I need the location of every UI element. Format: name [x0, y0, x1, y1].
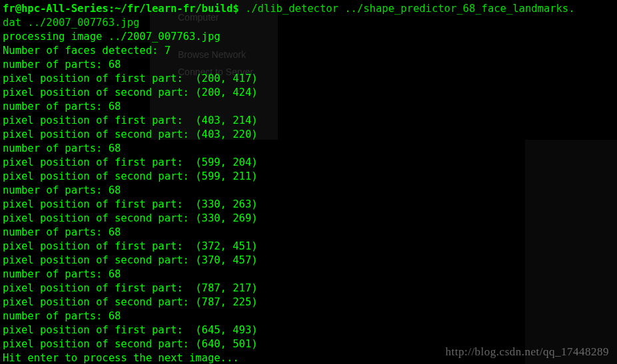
output-line: pixel position of second part: (599, 211…	[3, 170, 614, 184]
output-line: number of parts: 68	[3, 309, 614, 323]
prompt-next-image: Hit enter to process the next image...	[3, 352, 239, 364]
command-text: ./dlib_detector ../shape_predictor_68_fa…	[245, 3, 575, 15]
output-line: pixel position of first part: (645, 493)	[3, 323, 614, 337]
output-line: number of parts: 68	[3, 226, 614, 240]
output-line: Number of faces detected: 7	[3, 44, 614, 58]
output-line: pixel position of second part: (787, 225…	[3, 295, 614, 309]
output-line: number of parts: 68	[3, 268, 614, 281]
output-line: number of parts: 68	[3, 58, 614, 72]
output-line: pixel position of first part: (403, 214)	[3, 114, 614, 128]
output-line: pixel position of second part: (200, 424…	[3, 86, 614, 100]
output-line: pixel position of first part: (200, 417)	[3, 72, 614, 86]
output-line: pixel position of first part: (330, 263)	[3, 198, 614, 212]
prompt-line: fr@hpc-All-Series:~/fr/learn-fr/build$ .…	[3, 2, 614, 16]
command-line-2: dat ../2007_007763.jpg	[3, 16, 614, 30]
output-line: processing image ../2007_007763.jpg	[3, 30, 614, 44]
output-line: pixel position of first part: (372, 451)	[3, 240, 614, 254]
output-line: number of parts: 68	[3, 142, 614, 156]
output-line: pixel position of second part: (370, 457…	[3, 254, 614, 268]
output-line: number of parts: 68	[3, 100, 614, 114]
output-line: pixel position of second part: (403, 220…	[3, 128, 614, 142]
output-line: pixel position of first part: (787, 217)	[3, 281, 614, 295]
output-line: pixel position of second part: (330, 269…	[3, 212, 614, 226]
terminal-window[interactable]: fr@hpc-All-Series:~/fr/learn-fr/build$ .…	[0, 0, 617, 364]
output-line: pixel position of first part: (599, 204)	[3, 156, 614, 170]
watermark-text: http://blog.csdn.net/qq_17448289	[446, 345, 610, 359]
shell-prompt: fr@hpc-All-Series:~/fr/learn-fr/build$	[3, 3, 239, 15]
output-line: number of parts: 68	[3, 184, 614, 198]
